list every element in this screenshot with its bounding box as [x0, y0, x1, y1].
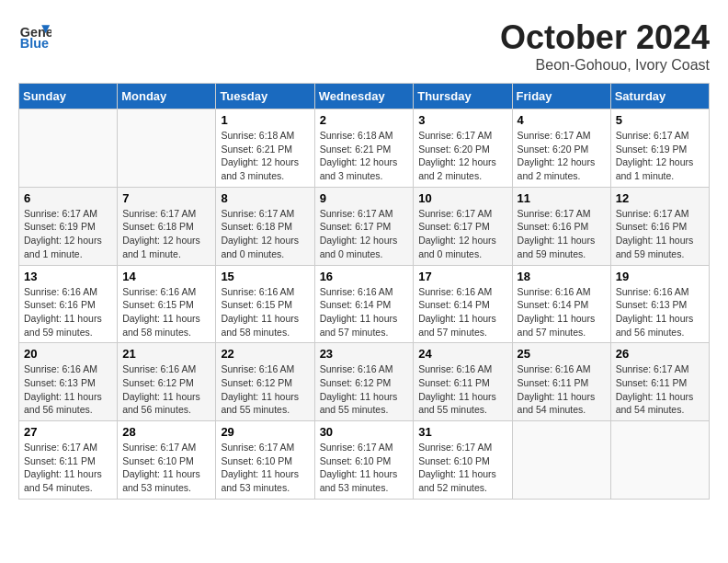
calendar-cell: 10Sunrise: 6:17 AM Sunset: 6:17 PM Dayli…	[414, 187, 512, 265]
day-number: 17	[418, 270, 506, 283]
day-info: Sunrise: 6:17 AM Sunset: 6:17 PM Dayligh…	[320, 207, 409, 261]
calendar-day-header: Tuesday	[216, 84, 314, 109]
calendar-cell: 29Sunrise: 6:17 AM Sunset: 6:10 PM Dayli…	[216, 421, 314, 500]
title-area: October 2024 Beon-Gohouo, Ivory Coast	[500, 18, 710, 74]
calendar-cell: 24Sunrise: 6:16 AM Sunset: 6:11 PM Dayli…	[414, 343, 512, 421]
day-info: Sunrise: 6:17 AM Sunset: 6:19 PM Dayligh…	[24, 207, 112, 261]
calendar-week-row: 13Sunrise: 6:16 AM Sunset: 6:16 PM Dayli…	[19, 265, 710, 343]
day-number: 9	[320, 191, 409, 205]
day-info: Sunrise: 6:17 AM Sunset: 6:11 PM Dayligh…	[24, 441, 112, 495]
day-info: Sunrise: 6:17 AM Sunset: 6:16 PM Dayligh…	[518, 207, 606, 261]
day-number: 4	[518, 113, 606, 127]
day-info: Sunrise: 6:17 AM Sunset: 6:10 PM Dayligh…	[221, 441, 309, 495]
day-number: 11	[518, 191, 606, 205]
day-number: 23	[320, 347, 409, 361]
calendar-cell: 18Sunrise: 6:16 AM Sunset: 6:14 PM Dayli…	[512, 265, 610, 343]
day-number: 12	[616, 191, 704, 205]
day-number: 26	[616, 347, 704, 361]
day-info: Sunrise: 6:18 AM Sunset: 6:21 PM Dayligh…	[221, 129, 309, 183]
calendar-cell: 23Sunrise: 6:16 AM Sunset: 6:12 PM Dayli…	[314, 343, 414, 421]
day-number: 16	[320, 270, 409, 283]
calendar-cell: 30Sunrise: 6:17 AM Sunset: 6:10 PM Dayli…	[314, 421, 414, 500]
calendar-cell	[118, 109, 216, 188]
calendar-cell: 11Sunrise: 6:17 AM Sunset: 6:16 PM Dayli…	[512, 187, 610, 265]
day-number: 21	[122, 347, 210, 361]
day-info: Sunrise: 6:16 AM Sunset: 6:14 PM Dayligh…	[418, 285, 506, 339]
day-number: 19	[616, 270, 704, 283]
calendar-header: SundayMondayTuesdayWednesdayThursdayFrid…	[19, 84, 710, 109]
calendar-cell: 3Sunrise: 6:17 AM Sunset: 6:20 PM Daylig…	[414, 109, 512, 188]
calendar-cell	[512, 421, 610, 500]
logo-icon: General Blue	[18, 18, 51, 52]
calendar-cell: 7Sunrise: 6:17 AM Sunset: 6:18 PM Daylig…	[118, 187, 216, 265]
calendar-cell: 6Sunrise: 6:17 AM Sunset: 6:19 PM Daylig…	[19, 187, 118, 265]
day-number: 3	[418, 113, 506, 127]
calendar-cell: 4Sunrise: 6:17 AM Sunset: 6:20 PM Daylig…	[512, 109, 610, 188]
calendar-day-header: Saturday	[610, 84, 709, 109]
calendar-cell: 9Sunrise: 6:17 AM Sunset: 6:17 PM Daylig…	[314, 187, 414, 265]
day-info: Sunrise: 6:17 AM Sunset: 6:17 PM Dayligh…	[418, 207, 506, 261]
day-info: Sunrise: 6:16 AM Sunset: 6:15 PM Dayligh…	[221, 285, 309, 339]
day-number: 24	[418, 347, 506, 361]
calendar-cell: 1Sunrise: 6:18 AM Sunset: 6:21 PM Daylig…	[216, 109, 314, 188]
day-number: 5	[616, 113, 704, 127]
calendar-week-row: 20Sunrise: 6:16 AM Sunset: 6:13 PM Dayli…	[19, 343, 710, 421]
day-number: 1	[221, 113, 309, 127]
calendar-cell: 15Sunrise: 6:16 AM Sunset: 6:15 PM Dayli…	[216, 265, 314, 343]
day-info: Sunrise: 6:17 AM Sunset: 6:11 PM Dayligh…	[616, 362, 704, 417]
day-number: 28	[122, 425, 210, 439]
day-number: 22	[221, 347, 309, 361]
day-info: Sunrise: 6:16 AM Sunset: 6:13 PM Dayligh…	[24, 362, 112, 417]
calendar-cell	[19, 109, 118, 188]
day-number: 27	[24, 425, 112, 439]
day-number: 25	[518, 347, 606, 361]
day-number: 30	[320, 425, 409, 439]
day-info: Sunrise: 6:16 AM Sunset: 6:16 PM Dayligh…	[24, 285, 112, 339]
day-info: Sunrise: 6:17 AM Sunset: 6:10 PM Dayligh…	[122, 441, 210, 495]
day-info: Sunrise: 6:16 AM Sunset: 6:11 PM Dayligh…	[418, 362, 506, 417]
calendar-week-row: 1Sunrise: 6:18 AM Sunset: 6:21 PM Daylig…	[19, 109, 710, 188]
day-info: Sunrise: 6:16 AM Sunset: 6:14 PM Dayligh…	[518, 285, 606, 339]
calendar-cell	[610, 421, 709, 500]
calendar-week-row: 6Sunrise: 6:17 AM Sunset: 6:19 PM Daylig…	[19, 187, 710, 265]
calendar-cell: 2Sunrise: 6:18 AM Sunset: 6:21 PM Daylig…	[314, 109, 414, 188]
day-number: 18	[518, 270, 606, 283]
day-info: Sunrise: 6:17 AM Sunset: 6:16 PM Dayligh…	[616, 207, 704, 261]
day-number: 6	[24, 191, 112, 205]
calendar-week-row: 27Sunrise: 6:17 AM Sunset: 6:11 PM Dayli…	[19, 421, 710, 500]
svg-text:Blue: Blue	[20, 36, 49, 51]
day-number: 8	[221, 191, 309, 205]
day-info: Sunrise: 6:18 AM Sunset: 6:21 PM Dayligh…	[320, 129, 409, 183]
location-title: Beon-Gohouo, Ivory Coast	[500, 57, 710, 74]
calendar-cell: 8Sunrise: 6:17 AM Sunset: 6:18 PM Daylig…	[216, 187, 314, 265]
calendar-cell: 19Sunrise: 6:16 AM Sunset: 6:13 PM Dayli…	[610, 265, 709, 343]
calendar-cell: 5Sunrise: 6:17 AM Sunset: 6:19 PM Daylig…	[610, 109, 709, 188]
calendar-cell: 13Sunrise: 6:16 AM Sunset: 6:16 PM Dayli…	[19, 265, 118, 343]
calendar-cell: 14Sunrise: 6:16 AM Sunset: 6:15 PM Dayli…	[118, 265, 216, 343]
day-number: 20	[24, 347, 112, 361]
calendar-table: SundayMondayTuesdayWednesdayThursdayFrid…	[18, 83, 710, 500]
day-info: Sunrise: 6:16 AM Sunset: 6:12 PM Dayligh…	[320, 362, 409, 417]
page-header: General Blue October 2024 Beon-Gohouo, I…	[18, 18, 710, 74]
calendar-day-header: Monday	[118, 84, 216, 109]
calendar-cell: 21Sunrise: 6:16 AM Sunset: 6:12 PM Dayli…	[118, 343, 216, 421]
day-info: Sunrise: 6:17 AM Sunset: 6:20 PM Dayligh…	[518, 129, 606, 183]
day-number: 13	[24, 270, 112, 283]
day-number: 10	[418, 191, 506, 205]
day-info: Sunrise: 6:17 AM Sunset: 6:10 PM Dayligh…	[418, 441, 506, 495]
month-title: October 2024	[500, 18, 710, 57]
logo: General Blue	[18, 18, 51, 52]
day-info: Sunrise: 6:17 AM Sunset: 6:20 PM Dayligh…	[418, 129, 506, 183]
calendar-cell: 26Sunrise: 6:17 AM Sunset: 6:11 PM Dayli…	[610, 343, 709, 421]
day-number: 29	[221, 425, 309, 439]
day-info: Sunrise: 6:16 AM Sunset: 6:12 PM Dayligh…	[122, 362, 210, 417]
day-info: Sunrise: 6:17 AM Sunset: 6:10 PM Dayligh…	[320, 441, 409, 495]
calendar-body: 1Sunrise: 6:18 AM Sunset: 6:21 PM Daylig…	[19, 109, 710, 500]
calendar-cell: 28Sunrise: 6:17 AM Sunset: 6:10 PM Dayli…	[118, 421, 216, 500]
day-info: Sunrise: 6:16 AM Sunset: 6:13 PM Dayligh…	[616, 285, 704, 339]
day-number: 7	[122, 191, 210, 205]
day-number: 15	[221, 270, 309, 283]
day-info: Sunrise: 6:17 AM Sunset: 6:18 PM Dayligh…	[221, 207, 309, 261]
day-info: Sunrise: 6:16 AM Sunset: 6:12 PM Dayligh…	[221, 362, 309, 417]
calendar-day-header: Sunday	[19, 84, 118, 109]
